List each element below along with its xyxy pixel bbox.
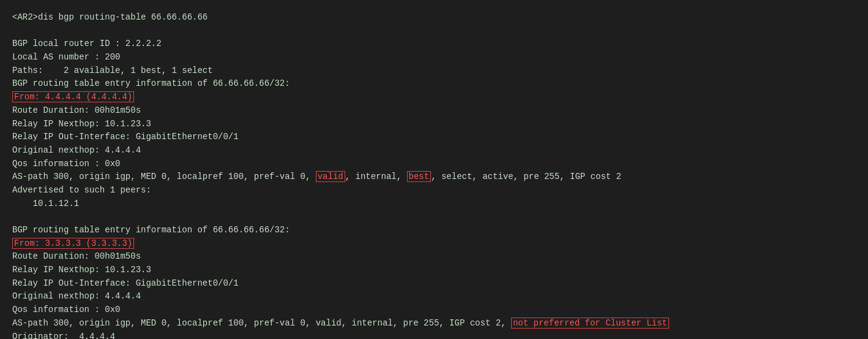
from1-line: From: 4.4.4.4 (4.4.4.4) bbox=[12, 91, 856, 104]
aspath2-prefix: AS-path 300, origin igp, MED 0, localpre… bbox=[12, 318, 511, 328]
best-highlight: best bbox=[407, 171, 432, 182]
relay-out1: Relay IP Out-Interface: GigabitEthernet0… bbox=[12, 131, 856, 144]
original-nexthop2: Original nexthop: 4.4.4.4 bbox=[12, 290, 856, 303]
qos1: Qos information : 0x0 bbox=[12, 158, 856, 171]
original-nexthop1: Original nexthop: 4.4.4.4 bbox=[12, 144, 856, 158]
from2-line: From: 3.3.3.3 (3.3.3.3) bbox=[12, 237, 856, 251]
advertised-line: Advertised to such 1 peers: bbox=[12, 184, 856, 197]
aspath2-line: AS-path 300, origin igp, MED 0, localpre… bbox=[12, 317, 856, 330]
aspath1-prefix: AS-path 300, origin igp, MED 0, localpre… bbox=[12, 172, 316, 181]
bgp-entry1-header: BGP routing table entry information of 6… bbox=[12, 77, 856, 91]
local-as-line: Local AS number : 200 bbox=[12, 51, 856, 64]
paths-line: Paths: 2 available, 1 best, 1 select bbox=[12, 64, 856, 78]
blank-line-1 bbox=[12, 25, 856, 38]
route-duration1: Route Duration: 00h01m50s bbox=[12, 104, 856, 118]
blank-line-2 bbox=[12, 210, 856, 224]
router-id-line: BGP local router ID : 2.2.2.2 bbox=[12, 37, 856, 51]
aspath1-end: , select, active, pre 255, IGP cost 2 bbox=[431, 172, 621, 181]
bgp-entry2-header: BGP routing table entry information of 6… bbox=[12, 224, 856, 237]
from2-highlight: From: 3.3.3.3 (3.3.3.3) bbox=[12, 238, 134, 249]
terminal-output: <AR2>dis bgp routing-table 66.66.66.66 B… bbox=[12, 11, 856, 339]
peer-line: 10.1.12.1 bbox=[12, 197, 856, 211]
from1-highlight: From: 4.4.4.4 (4.4.4.4) bbox=[12, 91, 134, 102]
not-preferred-highlight: not preferred for Cluster List bbox=[511, 318, 669, 329]
command-line: <AR2>dis bgp routing-table 66.66.66.66 bbox=[12, 11, 856, 25]
relay-out2: Relay IP Out-Interface: GigabitEthernet0… bbox=[12, 277, 856, 291]
route-duration2: Route Duration: 00h01m50s bbox=[12, 250, 856, 264]
aspath1-line: AS-path 300, origin igp, MED 0, localpre… bbox=[12, 170, 856, 184]
qos2: Qos information : 0x0 bbox=[12, 303, 856, 317]
relay-nexthop2: Relay IP Nexthop: 10.1.23.3 bbox=[12, 264, 856, 277]
aspath1-mid: , internal, bbox=[345, 172, 407, 181]
valid-highlight: valid bbox=[316, 171, 345, 182]
originator-line: Originator: 4.4.4.4 bbox=[12, 330, 856, 340]
relay-nexthop1: Relay IP Nexthop: 10.1.23.3 bbox=[12, 118, 856, 131]
